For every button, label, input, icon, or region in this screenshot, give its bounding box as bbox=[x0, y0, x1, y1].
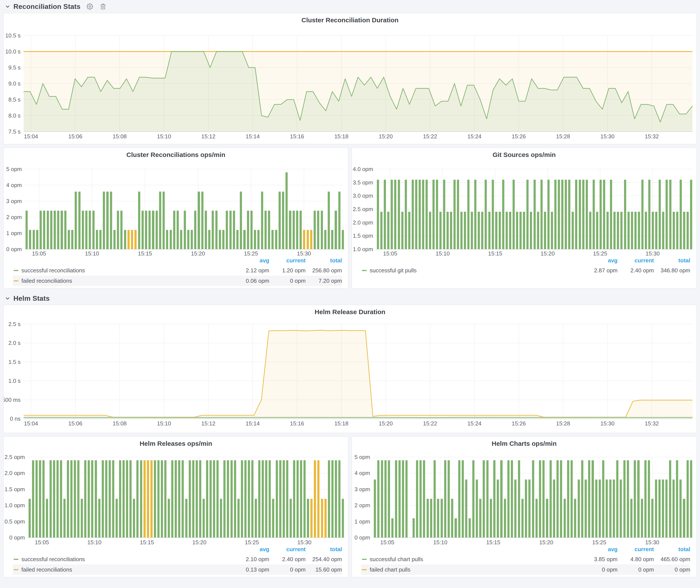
legend-header-total[interactable]: total bbox=[654, 546, 690, 553]
legend-current-value: 4.80 opm bbox=[618, 556, 654, 563]
panel-title[interactable]: Git Sources ops/min bbox=[352, 148, 696, 162]
svg-text:15:10: 15:10 bbox=[87, 539, 102, 544]
legend-total-value: 7.20 opm bbox=[306, 278, 342, 284]
legend-header-avg[interactable]: avg bbox=[233, 546, 269, 553]
legend-row[interactable]: successful reconciliations2.12 opm1.20 o… bbox=[13, 265, 342, 276]
svg-text:15:26: 15:26 bbox=[512, 420, 526, 427]
legend-header-current[interactable]: current bbox=[618, 546, 654, 553]
svg-text:1 opm: 1 opm bbox=[6, 230, 22, 236]
svg-text:15:16: 15:16 bbox=[290, 420, 304, 427]
legend-current-value: 1.20 opm bbox=[269, 267, 306, 274]
svg-text:15:20: 15:20 bbox=[539, 539, 553, 544]
svg-text:15:24: 15:24 bbox=[467, 133, 481, 140]
legend-row[interactable]: successful reconciliations2.10 opm2.40 o… bbox=[13, 554, 342, 564]
legend-total-value: 346.80 opm bbox=[654, 267, 690, 274]
svg-text:15:20: 15:20 bbox=[379, 133, 393, 140]
svg-text:15:25: 15:25 bbox=[245, 539, 259, 544]
gear-icon[interactable] bbox=[86, 2, 94, 11]
legend-header-avg[interactable]: avg bbox=[233, 257, 269, 264]
legend-avg-value: 2.87 opm bbox=[581, 267, 618, 274]
svg-text:500 ms: 500 ms bbox=[4, 397, 21, 403]
panel-title[interactable]: Helm Charts ops/min bbox=[352, 437, 696, 451]
legend-header-total[interactable]: total bbox=[306, 546, 342, 553]
chevron-down-icon bbox=[5, 4, 10, 9]
svg-text:15:10: 15:10 bbox=[85, 250, 99, 256]
svg-text:4 opm: 4 opm bbox=[355, 470, 370, 476]
chart-helm-release-duration[interactable]: 2.5 s2.0 s1.5 s1.0 s500 ms0 ns15:0415:06… bbox=[4, 319, 696, 433]
svg-text:9.5 s: 9.5 s bbox=[8, 64, 21, 71]
legend-row[interactable]: failed chart pulls0 opm0 opm0 opm bbox=[361, 564, 690, 575]
chart-helm-releases-opm[interactable]: 2.5 opm2.0 opm1.5 opm1.0 opm0.5 opm0 opm… bbox=[4, 451, 348, 544]
trash-icon[interactable] bbox=[99, 3, 107, 10]
svg-text:3.0 opm: 3.0 opm bbox=[353, 192, 373, 199]
legend-series-label: failed chart pulls bbox=[370, 566, 581, 573]
chart-helm-charts-opm[interactable]: 5 opm4 opm3 opm2 opm1 opm0 opm15:0515:10… bbox=[352, 451, 696, 544]
svg-text:2.5 opm: 2.5 opm bbox=[5, 454, 25, 460]
section-header-reconciliation-stats[interactable]: Reconciliation Stats bbox=[3, 0, 697, 13]
dashboard: Reconciliation Stats Cluster Reconciliat… bbox=[0, 0, 700, 584]
svg-text:15:20: 15:20 bbox=[191, 250, 205, 256]
legend-row[interactable]: successful git pulls2.87 opm2.40 opm346.… bbox=[361, 265, 690, 276]
svg-text:15:10: 15:10 bbox=[433, 539, 447, 544]
svg-text:3.5 opm: 3.5 opm bbox=[353, 179, 373, 186]
svg-text:2.5 s: 2.5 s bbox=[8, 321, 21, 327]
svg-text:15:18: 15:18 bbox=[334, 133, 348, 140]
legend-header-avg[interactable]: avg bbox=[581, 257, 618, 264]
series bbox=[374, 460, 692, 538]
svg-text:15:10: 15:10 bbox=[436, 250, 450, 256]
svg-text:15:06: 15:06 bbox=[68, 133, 82, 140]
svg-text:15:14: 15:14 bbox=[246, 420, 260, 427]
svg-text:15:15: 15:15 bbox=[140, 539, 154, 544]
panel-helm-release-duration: Helm Release Duration 2.5 s2.0 s1.5 s1.0… bbox=[3, 305, 697, 433]
series-color-marker bbox=[362, 270, 367, 271]
legend-helm-releases: avgcurrenttotalsuccessful reconciliation… bbox=[4, 544, 348, 577]
legend-series-label: failed reconciliations bbox=[21, 566, 233, 573]
legend-row[interactable]: failed reconciliations0.13 opm0 opm15.60… bbox=[13, 564, 342, 575]
chart-git-sources-opm[interactable]: 4.0 opm3.5 opm3.0 opm2.5 opm2.0 opm1.5 o… bbox=[352, 162, 696, 256]
legend-header-total[interactable]: total bbox=[306, 257, 342, 264]
svg-text:3 opm: 3 opm bbox=[6, 198, 22, 204]
series-color-marker bbox=[14, 270, 18, 271]
section-header-helm-stats[interactable]: Helm Stats bbox=[3, 292, 697, 305]
legend-header-current[interactable]: current bbox=[618, 257, 654, 264]
svg-text:1.0 opm: 1.0 opm bbox=[353, 246, 373, 252]
panel-title[interactable]: Cluster Reconciliations ops/min bbox=[4, 148, 348, 162]
legend-header-current[interactable]: current bbox=[269, 546, 306, 553]
legend-series-label: failed reconciliations bbox=[21, 278, 233, 284]
legend-avg-value: 0.06 opm bbox=[233, 278, 269, 284]
panel-title[interactable]: Cluster Reconciliation Duration bbox=[4, 13, 696, 27]
legend-total-value: 15.60 opm bbox=[306, 566, 342, 573]
chevron-down-icon bbox=[5, 296, 10, 301]
svg-text:3 opm: 3 opm bbox=[355, 486, 370, 493]
legend-series-label: successful reconciliations bbox=[21, 267, 233, 274]
legend-current-value: 2.40 opm bbox=[618, 267, 654, 274]
svg-text:8.0 s: 8.0 s bbox=[8, 112, 21, 119]
legend-row[interactable]: failed reconciliations0.06 opm0 opm7.20 … bbox=[13, 276, 342, 286]
svg-text:15:12: 15:12 bbox=[201, 420, 215, 427]
svg-text:15:20: 15:20 bbox=[379, 420, 393, 427]
legend-header-current[interactable]: current bbox=[269, 257, 306, 264]
legend-avg-value: 0.13 opm bbox=[233, 566, 269, 573]
svg-text:9.0 s: 9.0 s bbox=[8, 80, 21, 87]
svg-text:2.0 s: 2.0 s bbox=[8, 340, 21, 346]
svg-text:10.0 s: 10.0 s bbox=[5, 48, 21, 55]
series-color-marker bbox=[362, 569, 367, 570]
legend-total-value: 254.40 opm bbox=[306, 556, 342, 563]
svg-text:0 opm: 0 opm bbox=[6, 246, 22, 252]
svg-text:15:15: 15:15 bbox=[488, 250, 502, 256]
chart-cluster-reconciliation-duration[interactable]: 10.5 s10.0 s9.5 s9.0 s8.5 s8.0 s7.5 s15:… bbox=[4, 27, 696, 144]
svg-text:0 ns: 0 ns bbox=[10, 415, 21, 422]
series-color-marker bbox=[14, 280, 18, 281]
series-color-marker bbox=[362, 559, 367, 560]
legend-avg-value: 3.85 opm bbox=[581, 556, 618, 563]
legend-current-value: 0 opm bbox=[269, 278, 306, 284]
chart-cluster-reconciliations-opm[interactable]: 5 opm4 opm3 opm2 opm1 opm0 opm15:0515:10… bbox=[4, 162, 348, 256]
legend-helm-charts: avgcurrenttotalsuccessful chart pulls3.8… bbox=[352, 544, 696, 577]
legend-header-total[interactable]: total bbox=[654, 257, 690, 264]
panel-title[interactable]: Helm Releases ops/min bbox=[4, 437, 348, 451]
legend-series-label: successful reconciliations bbox=[21, 556, 233, 563]
legend-row[interactable]: successful chart pulls3.85 opm4.80 opm46… bbox=[361, 554, 690, 564]
svg-text:15:15: 15:15 bbox=[486, 539, 500, 544]
legend-header-avg[interactable]: avg bbox=[581, 546, 618, 553]
panel-title[interactable]: Helm Release Duration bbox=[4, 305, 696, 319]
